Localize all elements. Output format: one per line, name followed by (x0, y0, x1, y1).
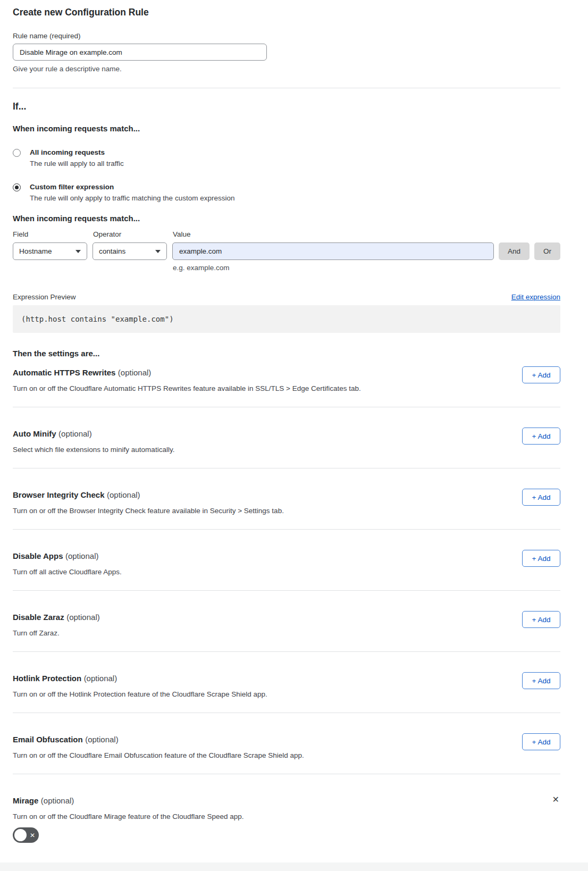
radio-description: The rule will only apply to traffic matc… (30, 194, 234, 202)
field-select[interactable]: Hostname (13, 242, 87, 260)
optional-label: (optional) (41, 796, 74, 805)
rule-name-helper: Give your rule a descriptive name. (13, 65, 560, 73)
add-button[interactable]: + Add (522, 489, 560, 506)
setting-name: Browser Integrity Check (13, 490, 105, 499)
toggle-knob (14, 829, 27, 841)
setting-row: Disable Zaraz (optional) Turn off Zaraz.… (13, 590, 560, 651)
optional-label: (optional) (118, 368, 152, 377)
optional-label: (optional) (58, 429, 92, 438)
expression-preview-code: (http.host contains "example.com") (13, 305, 560, 333)
radio-custom-filter-expression[interactable]: Custom filter expression The rule will o… (13, 183, 560, 202)
setting-description: Select which file extensions to minify a… (13, 446, 560, 454)
page-bottom-strip (0, 862, 588, 871)
expression-builder-row: Hostname contains And Or (13, 242, 560, 260)
toggle-off-icon: ✕ (30, 832, 35, 839)
add-button[interactable]: + Add (522, 428, 560, 445)
add-button[interactable]: + Add (522, 366, 560, 383)
close-icon[interactable]: ✕ (552, 795, 559, 804)
value-helper: e.g. example.com (173, 264, 560, 272)
optional-label: (optional) (66, 613, 100, 622)
setting-name: Hotlink Protection (13, 674, 81, 683)
setting-row: Hotlink Protection (optional) Turn on or… (13, 651, 560, 713)
setting-row: Disable Apps (optional) Turn off all act… (13, 529, 560, 590)
or-button[interactable]: Or (534, 242, 560, 260)
radio-all-incoming-requests[interactable]: All incoming requests The rule will appl… (13, 148, 560, 168)
match-heading: When incoming requests match... (13, 124, 560, 133)
page-title: Create new Configuration Rule (13, 0, 560, 18)
mirage-toggle[interactable]: ✕ (13, 827, 39, 843)
add-button[interactable]: + Add (522, 550, 560, 567)
expression-builder-heading: When incoming requests match... (13, 214, 560, 223)
optional-label: (optional) (85, 735, 119, 744)
chevron-down-icon (155, 250, 161, 253)
optional-label: (optional) (84, 674, 117, 683)
setting-description: Turn on or off the Cloudflare Mirage fea… (13, 813, 560, 820)
edit-expression-link[interactable]: Edit expression (511, 293, 560, 301)
value-input[interactable] (172, 242, 494, 260)
setting-row: Browser Integrity Check (optional) Turn … (13, 468, 560, 529)
setting-description: Turn on or off the Browser Integrity Che… (13, 507, 560, 515)
setting-row-mirage: ✕ Mirage (optional) Turn on or off the C… (13, 774, 560, 843)
chevron-down-icon (75, 250, 81, 253)
rule-name-label: Rule name (required) (13, 32, 560, 40)
operator-select-value: contains (99, 247, 125, 255)
setting-name: Email Obfuscation (13, 735, 83, 744)
value-label: Value (173, 230, 191, 238)
setting-name: Auto Minify (13, 429, 56, 438)
add-button[interactable]: + Add (522, 611, 560, 628)
settings-list: Automatic HTTPS Rewrites (optional) Turn… (13, 358, 560, 774)
setting-name: Disable Zaraz (13, 613, 64, 622)
setting-row: Automatic HTTPS Rewrites (optional) Turn… (13, 358, 560, 407)
radio-label: Custom filter expression (30, 183, 234, 191)
rule-name-input[interactable] (13, 44, 267, 61)
setting-name: Automatic HTTPS Rewrites (13, 368, 115, 377)
expression-preview-label: Expression Preview (13, 293, 76, 301)
radio-description: The rule will apply to all traffic (30, 160, 124, 168)
radio-label: All incoming requests (30, 148, 124, 156)
operator-label: Operator (93, 230, 173, 238)
setting-row: Email Obfuscation (optional) Turn on or … (13, 713, 560, 774)
expression-preview-header: Expression Preview Edit expression (13, 293, 560, 301)
add-button[interactable]: + Add (522, 672, 560, 689)
setting-description: Turn off Zaraz. (13, 629, 560, 637)
optional-label: (optional) (65, 551, 99, 560)
operator-select[interactable]: contains (93, 242, 167, 260)
if-heading: If... (13, 101, 560, 112)
then-settings-heading: Then the settings are... (13, 349, 560, 358)
setting-description: Turn on or off the Cloudflare Email Obfu… (13, 751, 560, 759)
optional-label: (optional) (107, 490, 140, 499)
setting-row: Auto Minify (optional) Select which file… (13, 407, 560, 468)
add-button[interactable]: + Add (522, 733, 560, 750)
setting-description: Turn on or off the Hotlink Protection fe… (13, 690, 560, 698)
setting-name: Disable Apps (13, 551, 63, 560)
setting-description: Turn off all active Cloudflare Apps. (13, 568, 560, 576)
create-configuration-rule-form: Create new Configuration Rule Rule name … (13, 0, 560, 843)
setting-name: Mirage (13, 796, 38, 805)
field-select-value: Hostname (19, 247, 52, 255)
radio-icon[interactable] (13, 149, 21, 157)
field-label: Field (13, 230, 93, 238)
setting-description: Turn on or off the Cloudflare Automatic … (13, 384, 560, 392)
and-button[interactable]: And (499, 242, 530, 260)
section-divider (13, 88, 560, 88)
builder-labels: Field Operator Value (13, 230, 560, 238)
radio-icon[interactable] (13, 183, 21, 191)
